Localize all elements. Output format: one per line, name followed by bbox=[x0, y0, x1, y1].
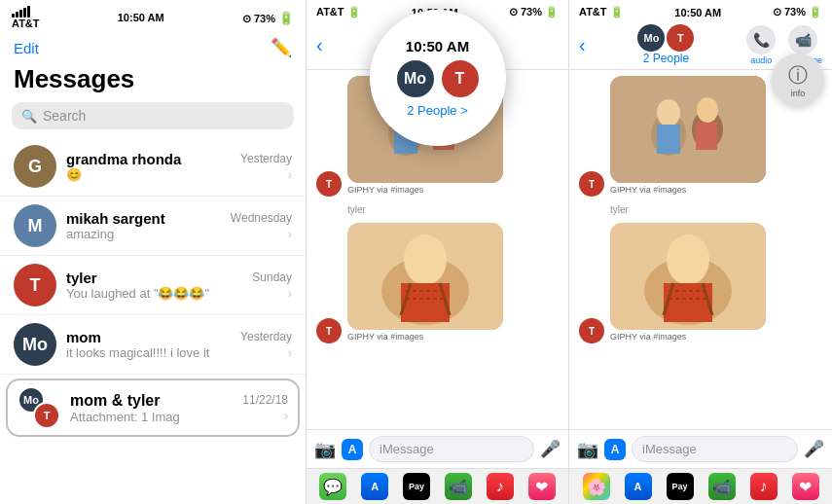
avatar-grandma: G bbox=[14, 145, 56, 188]
dock-2: 🌸 A Pay 📹 ♪ ❤ bbox=[569, 468, 832, 504]
avatar-group: Mo T bbox=[18, 386, 60, 429]
svg-point-9 bbox=[404, 234, 447, 285]
chat-input-bar-2: 📷 A iMessage 🎤 bbox=[569, 429, 832, 468]
facetime-icon: 📹 bbox=[788, 25, 817, 54]
dock-applepay-1[interactable]: Pay bbox=[403, 473, 430, 500]
chevron-icon-tyler: › bbox=[288, 286, 292, 301]
dock-messages-1[interactable]: 💬 bbox=[319, 473, 346, 500]
time-3: 10:50 AM bbox=[674, 7, 721, 18]
chat-avatars-row-2: Mo T bbox=[637, 24, 694, 52]
conv-meta-mom: Yesterday › bbox=[240, 330, 292, 360]
zoom-people-label[interactable]: 2 People > bbox=[407, 103, 468, 118]
conv-content-tyler: tyler You laughed at "😂😂😂" bbox=[66, 270, 242, 301]
conversation-item-grandma[interactable]: G grandma rhonda 😊 Yesterday › bbox=[0, 137, 306, 197]
svg-rect-18 bbox=[657, 125, 680, 154]
avatar-group-tyler: T bbox=[33, 402, 60, 429]
edit-button[interactable]: Edit bbox=[14, 40, 39, 56]
gif-svg-2 bbox=[347, 223, 503, 330]
imessage-input-2[interactable]: iMessage bbox=[632, 436, 798, 462]
dock-applepay-2[interactable]: Pay bbox=[667, 473, 694, 500]
conv-meta-mikah: Wednesday › bbox=[231, 211, 292, 241]
conv-name-mikah: mikah sargent bbox=[66, 210, 221, 227]
conv-preview-tyler: You laughed at "😂😂😂" bbox=[66, 286, 242, 301]
conv-time-group: 11/22/18 bbox=[242, 393, 288, 407]
chat-panel-2: ⓘ info AT&T 🔋 10:50 AM ⊙ 73% 🔋 ‹ Mo T 2 … bbox=[569, 0, 832, 504]
conv-preview-group: Attachment: 1 Imag bbox=[70, 410, 233, 424]
dock-music-2[interactable]: ♪ bbox=[750, 473, 778, 500]
mic-icon-2[interactable]: 🎤 bbox=[804, 439, 824, 459]
dock-appstore-1[interactable]: A bbox=[361, 473, 388, 500]
battery-3: ⊙ 73% 🔋 bbox=[773, 6, 822, 18]
dock-appstore-2[interactable]: A bbox=[625, 473, 652, 500]
msg-avatar-4: T bbox=[579, 318, 604, 343]
back-button-2[interactable]: ‹ bbox=[579, 34, 586, 56]
conversation-item-group[interactable]: Mo T mom & tyler Attachment: 1 Imag 11/2… bbox=[6, 378, 300, 437]
conv-meta-tyler: Sunday › bbox=[252, 270, 292, 301]
chevron-icon-group: › bbox=[284, 409, 288, 423]
gif-image-2 bbox=[347, 223, 503, 330]
conv-name-tyler: tyler bbox=[66, 270, 242, 286]
svg-rect-15 bbox=[610, 76, 766, 183]
conversation-item-mikah[interactable]: M mikah sargent amazing Wednesday › bbox=[0, 197, 306, 256]
mic-icon-1[interactable]: 🎤 bbox=[540, 439, 561, 459]
audio-icon: 📞 bbox=[746, 25, 776, 54]
chevron-icon-grandma: › bbox=[288, 167, 292, 182]
info-overlay[interactable]: ⓘ info bbox=[772, 54, 824, 106]
appstore-icon-2[interactable]: A bbox=[604, 439, 626, 460]
svg-point-24 bbox=[667, 234, 709, 285]
audio-label: audio bbox=[750, 55, 772, 65]
svg-rect-21 bbox=[696, 123, 717, 150]
giphy-label-2: GIPHY via #images bbox=[347, 330, 503, 343]
search-bar[interactable]: 🔍 Search bbox=[12, 102, 294, 129]
chat-people-label-2[interactable]: 2 People bbox=[643, 52, 689, 65]
carrier-1: AT&T bbox=[12, 6, 40, 29]
dock-heart-2[interactable]: ❤ bbox=[792, 473, 819, 500]
conv-content-mom: mom it looks magical!!!! i love it bbox=[66, 329, 231, 360]
info-label: info bbox=[791, 89, 806, 98]
message-bubble-2: GIPHY via #images bbox=[347, 223, 503, 343]
conv-time-mom: Yesterday bbox=[240, 330, 292, 343]
conv-preview-mom: it looks magical!!!! i love it bbox=[66, 345, 231, 360]
giphy-label-1: GIPHY via #images bbox=[347, 183, 503, 197]
chevron-icon-mikah: › bbox=[288, 227, 292, 241]
svg-point-20 bbox=[697, 97, 718, 123]
zoom-overlay: 10:50 AM Mo T 2 People > bbox=[370, 10, 506, 146]
conversation-item-tyler[interactable]: T tyler You laughed at "😂😂😂" Sunday › bbox=[0, 256, 306, 315]
compose-button[interactable]: ✏️ bbox=[271, 37, 292, 58]
carrier-3: AT&T 🔋 bbox=[579, 6, 624, 18]
conversation-list: G grandma rhonda 😊 Yesterday › M mikah s… bbox=[0, 137, 306, 504]
zoom-av-2: T bbox=[440, 58, 481, 99]
search-placeholder: Search bbox=[43, 108, 86, 124]
dock-facetime-2[interactable]: 📹 bbox=[708, 473, 736, 500]
dock-heart-1[interactable]: ❤ bbox=[528, 473, 556, 500]
conv-preview-mikah: amazing bbox=[66, 227, 221, 241]
chat-panel-1: 10:50 AM Mo T 2 People > AT&T 🔋 10:50 AM… bbox=[307, 0, 569, 504]
conv-name-group: mom & tyler bbox=[70, 392, 233, 410]
back-button-1[interactable]: ‹ bbox=[316, 34, 323, 56]
dock-facetime-1[interactable]: 📹 bbox=[445, 473, 472, 500]
avatar-tyler: T bbox=[14, 264, 56, 306]
zoom-av-1: Mo bbox=[395, 58, 436, 99]
conv-time-tyler: Sunday bbox=[252, 270, 292, 284]
chevron-icon-mom: › bbox=[288, 345, 292, 360]
conv-meta-group: 11/22/18 › bbox=[242, 393, 288, 423]
gif-svg-4 bbox=[610, 223, 766, 330]
zoom-avatars: Mo T bbox=[395, 58, 481, 99]
appstore-icon-1[interactable]: A bbox=[342, 439, 363, 460]
conv-content-group: mom & tyler Attachment: 1 Imag bbox=[70, 392, 233, 424]
camera-icon-2[interactable]: 📷 bbox=[577, 439, 598, 460]
dock-photos-2[interactable]: 🌸 bbox=[583, 473, 610, 500]
avatar-mom: Mo bbox=[14, 323, 56, 366]
conv-meta-grandma: Yesterday › bbox=[240, 152, 292, 182]
search-icon: 🔍 bbox=[21, 109, 37, 124]
camera-icon-1[interactable]: 📷 bbox=[314, 439, 336, 460]
dock-music-1[interactable]: ♪ bbox=[487, 473, 514, 500]
audio-button[interactable]: 📞 audio bbox=[746, 25, 776, 65]
giphy-label-3: GIPHY via #images bbox=[610, 183, 766, 197]
conversation-item-mom[interactable]: Mo mom it looks magical!!!! i love it Ye… bbox=[0, 315, 306, 375]
chat-body-2: T GIPHY via #images tyler bbox=[569, 70, 832, 429]
sender-label-1: tyler bbox=[316, 204, 559, 215]
message-row-2: T GIPHY via #images bbox=[316, 223, 559, 343]
battery-2: ⊙ 73% 🔋 bbox=[509, 6, 559, 18]
imessage-input-1[interactable]: iMessage bbox=[369, 436, 534, 462]
